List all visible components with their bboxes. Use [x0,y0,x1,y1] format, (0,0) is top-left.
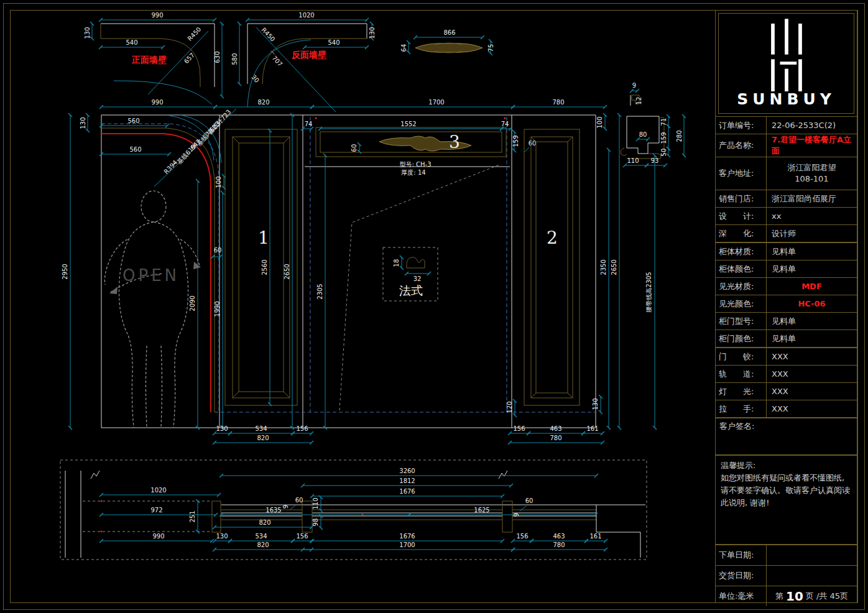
dim-label: 75 [487,44,494,52]
field-value: MDF [767,278,857,295]
dim-label: 161 [586,425,598,432]
dim-label: 1635 [265,507,281,514]
customer-signature-area[interactable]: 客户签名: [716,417,857,454]
field-label: 灯 光: [716,383,767,400]
panel-2: 2 100 2350 2650 腰带线高2305 120 130 156 463… [506,115,655,443]
panel-number: 3 [449,132,460,152]
dim-label: 9 [513,513,520,517]
tb-row-customer-address: 客户地址: 浙江富阳君望 108-101 [716,157,857,190]
tb-row-store: 销售门店: 浙江富阳尚佰展厅 [716,190,857,207]
dim-label: 820 [257,542,269,548]
style-label: 法式 [399,283,423,297]
dim-label: 161 [589,533,601,540]
person-figure: OPEN [104,191,201,427]
notice-body: 如您对图纸有疑问或者看不懂图纸, 请不要签字确认。敬请客户认真阅读此说明, 谢谢… [721,472,852,509]
tb-row-delivery-date: 交货日期: [716,565,857,586]
field-value: 见料单 [767,243,857,260]
dim-label: 60 [295,497,303,504]
tb-row-order-no: 订单编号: 22-06-2533C(2) [716,116,857,134]
dim-label: 1020 [150,487,166,494]
dim-label: 156 [516,533,528,540]
dim-label: 280 [676,130,683,142]
panel-number: 1 [258,228,269,248]
field-label: 轨 道: [716,366,767,382]
tb-row-door-color: 柜门颜色: 见料单 [716,330,857,347]
dim-label: 2650 [611,259,617,275]
dim-label: 156 [513,425,525,432]
notice-title: 温馨提示: [721,459,852,472]
field-value: 22-06-2533C(2) [767,117,857,134]
tb-row-hinge: 门 铰: XXX [716,347,857,365]
dim-label: 130 [216,425,228,432]
dim-label: 2305 [316,283,323,299]
dim-label: 30 [250,73,261,84]
dim-label: 9 [632,82,636,89]
page-number: 10 [785,589,805,604]
field-label: 深 化: [716,225,767,242]
french-profile-callout: 18 32 法式 [383,247,438,301]
dim-label: 98 [312,519,319,527]
model-label: 型号: CH-3 [399,161,431,168]
dim-label: 580 [231,53,238,65]
field-label: 设 计: [716,208,767,224]
page-suffix: 页 /共 45页 [806,591,848,602]
unit-label: 单位:毫米 [716,586,767,606]
back-wall-detail: 1020 130 540 R450 ⌒707 580 30 反面墙壁 [231,12,376,112]
field-value: XXX [767,366,857,382]
dim-label: 50 [660,149,667,157]
field-value [767,545,857,565]
field-value [767,566,857,586]
dim-label: 3260 [399,468,415,474]
dim-label: 2950 [62,264,68,279]
dim-label: 110 [627,157,639,164]
dim-label: 130 [84,27,91,39]
signature-label: 客户签名: [719,422,754,431]
dim-label: 12 [635,97,642,105]
company-logo: SUNBUY [718,13,854,114]
dim-label: 1625 [474,507,489,514]
panel-number: 2 [547,228,558,248]
dim-label: 18 [393,259,400,267]
field-value: 见料单 [767,260,857,277]
dim-label: 71 [660,118,667,126]
tb-row-door-model: 柜门型号: 见料单 [716,312,857,330]
dim-label: 32 [413,275,422,282]
field-label: 门 铰: [716,348,767,365]
dim-label: 780 [553,542,565,548]
dim-label: 60 [351,144,358,152]
cad-sheet: 990 130 540 R450 657 630 正面墙壁 1020 130 5… [0,0,868,613]
dim-label: 100 [215,176,222,188]
dim-label: 120 [506,401,513,413]
logo-wordmark: SUNBUY [719,90,854,108]
dim-label: 74 [305,121,313,127]
dim-label: 159 [512,135,519,147]
field-value: 浙江富阳君望 108-101 [767,162,857,184]
dim-label: 534 [255,533,267,540]
field-value: 见料单 [767,330,857,347]
dim-label: 820 [257,99,269,106]
field-label: 拉 手: [716,400,767,417]
dim-label: 630 [214,51,221,63]
dim-label: 866 [443,29,455,36]
front-wall-label: 正面墙壁 [131,55,167,65]
panel-1: 1 2560 2650 2305 130 534 156 820 [215,115,325,443]
dim-label: 1020 [298,12,314,19]
field-value: XXX [767,400,857,417]
front-wall-detail: 990 130 540 R450 657 630 正面墙壁 [84,12,222,104]
field-value: XXX [767,383,857,400]
field-label: 柜体颜色: [716,260,767,277]
dim-label: 560 [127,118,139,124]
field-value: 7.君望一楼客餐厅A立面 [767,134,857,157]
dim-label: 820 [257,435,269,441]
dim-label: 80 [639,131,647,138]
dim-label: 990 [152,533,164,540]
tb-row-cabinet-color: 柜体颜色: 见料单 [716,260,857,277]
field-label: 交货日期: [716,566,767,586]
tb-row-order-date: 下单日期: [716,545,857,565]
dim-label: 64 [400,44,407,52]
thickness-label: 厚度: 14 [401,169,425,176]
field-value: 设计师 [767,225,857,242]
dim-label: 990 [151,12,163,19]
tb-row-cabinet-material: 柜体材质: 见料单 [716,242,857,260]
tb-row-unit-page: 单位:毫米 第10页 /共 45页 [716,586,857,606]
